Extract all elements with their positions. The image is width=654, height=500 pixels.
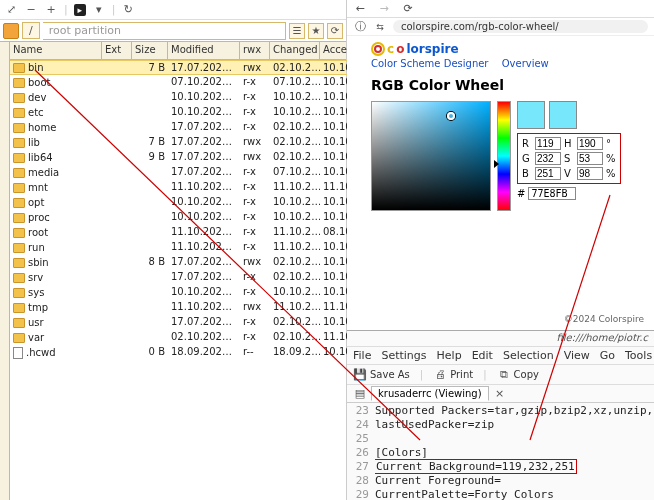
bookmark-icon[interactable]: ★ — [308, 23, 324, 39]
file-row-etc[interactable]: etc10.10.202…r-x10.10.2…10.10.2… — [10, 105, 346, 120]
folder-icon — [13, 303, 25, 313]
folder-icon — [13, 78, 25, 88]
input-s[interactable] — [577, 152, 603, 165]
label-s: S — [564, 153, 574, 164]
input-g[interactable] — [535, 152, 561, 165]
input-h[interactable] — [577, 137, 603, 150]
file-row-usr[interactable]: usr17.07.202…r-x02.10.2…10.10.2… — [10, 315, 346, 330]
copy-button[interactable]: ⧉Copy — [497, 368, 539, 382]
copy-icon: ⧉ — [497, 368, 511, 382]
breadcrumb-partition[interactable]: root partition — [43, 22, 286, 40]
file-manager-panel: ⤢ − + | ▸ ▾ | ↻ / root partition ☰ ★ ⟳ N… — [0, 0, 347, 500]
fm-tab-gutter[interactable] — [0, 42, 10, 500]
file-name: boot — [28, 77, 51, 88]
save-as-button[interactable]: 💾Save As — [353, 368, 410, 382]
input-b[interactable] — [535, 167, 561, 180]
file-name: root — [28, 227, 48, 238]
folder-icon — [13, 123, 25, 133]
file-name: srv — [28, 272, 43, 283]
col-size[interactable]: Size — [132, 42, 168, 59]
file-row-run[interactable]: run11.10.202…r-x11.10.2…10.10.2… — [10, 240, 346, 255]
svg-point-0 — [372, 43, 384, 55]
col-ext[interactable]: Ext — [102, 42, 132, 59]
file-row-proc[interactable]: proc10.10.202…r-x10.10.2…10.10.2… — [10, 210, 346, 225]
nav-link-overview[interactable]: Overview — [502, 58, 549, 69]
menu-go[interactable]: Go — [600, 349, 615, 362]
file-row-bin[interactable]: bin7 B17.07.202…rwx02.10.2…10.10.2… — [10, 60, 346, 75]
hue-pointer-icon[interactable] — [494, 160, 499, 168]
folder-icon — [13, 333, 25, 343]
breadcrumb-root[interactable]: / — [22, 22, 40, 39]
file-row-root[interactable]: root11.10.202…r-x11.10.2…08.10.2… — [10, 225, 346, 240]
file-row-sbin[interactable]: sbin8 B17.07.202…rwx02.10.2…10.10.2… — [10, 255, 346, 270]
input-v[interactable] — [577, 167, 603, 180]
browser-url-bar: ⓘ ⇆ colorspire.com/rgb-color-wheel/ — [347, 18, 654, 36]
label-g: G — [522, 153, 532, 164]
swatch-previous[interactable] — [549, 101, 577, 129]
zoom-reset-icon[interactable]: ⤢ — [4, 3, 18, 17]
folder-icon — [13, 273, 25, 283]
col-changed[interactable]: Changed — [270, 42, 320, 59]
file-row-mnt[interactable]: mnt11.10.202…r-x11.10.2…11.10.2… — [10, 180, 346, 195]
file-row-home[interactable]: home17.07.202…r-x02.10.2…10.10.2… — [10, 120, 346, 135]
nav-link-designer[interactable]: Color Scheme Designer — [371, 58, 489, 69]
menu-edit[interactable]: Edit — [472, 349, 493, 362]
browser-page: colorspire Color Scheme Designer Overvie… — [347, 36, 654, 211]
file-row-boot[interactable]: boot07.10.202…r-x07.10.2…10.10.2… — [10, 75, 346, 90]
fm-location-bar: / root partition ☰ ★ ⟳ — [0, 20, 346, 42]
url-field[interactable]: colorspire.com/rgb-color-wheel/ — [393, 20, 648, 33]
zoom-out-icon[interactable]: − — [24, 3, 38, 17]
file-name: .hcwd — [26, 347, 56, 358]
menu-file[interactable]: File — [353, 349, 371, 362]
refresh-icon[interactable]: ↻ — [121, 3, 135, 17]
file-row-media[interactable]: media17.07.202…r-x07.10.2…10.10.2… — [10, 165, 346, 180]
zoom-in-icon[interactable]: + — [44, 3, 58, 17]
back-icon[interactable]: ← — [353, 2, 367, 16]
editor-body: 232425262728293031 Supported Packers=tar… — [347, 403, 654, 500]
saturation-value-picker[interactable] — [371, 101, 491, 211]
file-row-lib[interactable]: lib7 B17.07.202…rwx02.10.2…10.10.2… — [10, 135, 346, 150]
disk-icon[interactable] — [3, 23, 19, 39]
menu-settings[interactable]: Settings — [381, 349, 426, 362]
dropdown-icon[interactable]: ▾ — [92, 3, 106, 17]
sv-cursor-icon[interactable] — [447, 112, 455, 120]
file-row-srv[interactable]: srv17.07.202…r-x02.10.2…10.10.2… — [10, 270, 346, 285]
input-hex[interactable] — [528, 187, 576, 200]
file-row-opt[interactable]: opt10.10.202…r-x10.10.2…10.10.2… — [10, 195, 346, 210]
close-tab-icon[interactable]: × — [493, 387, 507, 401]
editor-menu-bar: FileSettingsHelpEditSelectionViewGoTools… — [347, 347, 654, 365]
menu-help[interactable]: Help — [437, 349, 462, 362]
editor-tab[interactable]: krusaderrc (Viewing) — [371, 386, 489, 401]
terminal-icon[interactable]: ▸ — [74, 4, 86, 16]
file-row-sys[interactable]: sys10.10.202…r-x10.10.2…10.10.2… — [10, 285, 346, 300]
col-name[interactable]: Name — [10, 42, 102, 59]
col-modified[interactable]: Modified — [168, 42, 240, 59]
file-row-.hcwd[interactable]: .hcwd0 B18.09.202…r--18.09.2…10.10.2… — [10, 345, 346, 360]
reload-icon[interactable]: ⟳ — [401, 2, 415, 16]
file-row-lib64[interactable]: lib649 B17.07.202…rwx02.10.2…10.10.2… — [10, 150, 346, 165]
unit-deg: ° — [606, 138, 616, 149]
site-info-icon[interactable]: ⓘ — [353, 20, 367, 34]
menu-tools[interactable]: Tools — [625, 349, 652, 362]
logo-text: c — [387, 42, 394, 56]
input-r[interactable] — [535, 137, 561, 150]
file-name: sys — [28, 287, 44, 298]
menu-selection[interactable]: Selection — [503, 349, 554, 362]
history-icon[interactable]: ⟳ — [327, 23, 343, 39]
tree-toggle-icon[interactable]: ☰ — [289, 23, 305, 39]
hue-slider[interactable] — [497, 101, 511, 211]
file-row-dev[interactable]: dev10.10.202…r-x10.10.2…10.10.2… — [10, 90, 346, 105]
swatch-current[interactable] — [517, 101, 545, 129]
site-logo[interactable]: colorspire — [371, 42, 644, 56]
file-name: bin — [28, 62, 43, 73]
menu-view[interactable]: View — [564, 349, 590, 362]
lock-icon[interactable]: ⇆ — [373, 20, 387, 34]
code-area[interactable]: Supported Packers=tar,gzip,bzip2,xz,unzi… — [375, 403, 654, 500]
col-rwx[interactable]: rwx — [240, 42, 270, 59]
print-button[interactable]: 🖨Print — [433, 368, 473, 382]
forward-icon[interactable]: → — [377, 2, 391, 16]
file-row-var[interactable]: var02.10.202…r-x02.10.2…11.10.2… — [10, 330, 346, 345]
editor-panel: file:///home/piotr.c FileSettingsHelpEdi… — [347, 330, 654, 500]
folder-icon — [13, 63, 25, 73]
file-row-tmp[interactable]: tmp11.10.202…rwx11.10.2…11.10.2… — [10, 300, 346, 315]
